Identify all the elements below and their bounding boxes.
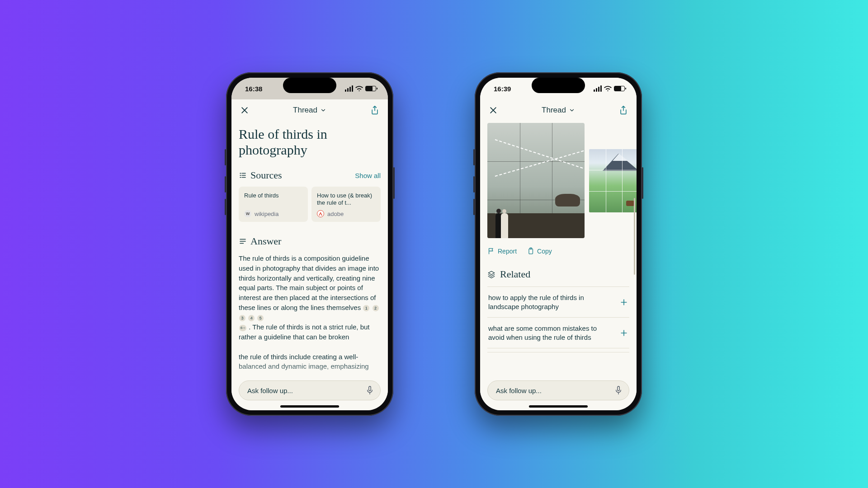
nav-title: Thread bbox=[542, 106, 566, 115]
related-text: what are some common mistakes to avoid w… bbox=[488, 324, 614, 342]
wifi-icon bbox=[355, 86, 363, 92]
scroll-indicator[interactable] bbox=[634, 198, 635, 275]
layers-icon bbox=[487, 270, 495, 278]
source-site: wikipedia bbox=[255, 211, 278, 217]
content-left: Rule of thirds in photography Sources Sh… bbox=[231, 121, 388, 410]
microphone-icon[interactable] bbox=[366, 385, 374, 395]
flag-icon bbox=[487, 247, 495, 255]
nav-title: Thread bbox=[293, 106, 317, 115]
related-text: how to apply the rule of thirds in lands… bbox=[488, 293, 614, 311]
ask-placeholder: Ask follow up... bbox=[247, 387, 293, 394]
plus-icon bbox=[619, 328, 628, 338]
source-title: How to use (& break) the rule of t... bbox=[317, 192, 375, 207]
related-list: how to apply the rule of thirds in lands… bbox=[487, 286, 629, 352]
answer-label: Answer bbox=[250, 235, 281, 247]
answer-header: Answer bbox=[239, 235, 381, 247]
svg-rect-3 bbox=[618, 386, 620, 391]
svg-rect-2 bbox=[530, 248, 532, 249]
citation-1[interactable]: 1 bbox=[363, 305, 369, 311]
cellular-icon bbox=[345, 85, 353, 92]
sources-label: Sources bbox=[250, 169, 282, 181]
related-header: Related bbox=[487, 268, 629, 280]
status-time: 16:39 bbox=[494, 85, 511, 93]
adobe-favicon-icon bbox=[317, 210, 324, 217]
cellular-icon bbox=[594, 85, 602, 92]
answer-text: The rule of thirds is a composition guid… bbox=[239, 253, 381, 371]
chevron-down-icon bbox=[569, 107, 575, 113]
battery-icon bbox=[614, 86, 625, 91]
chevron-down-icon bbox=[320, 107, 326, 113]
status-time: 16:38 bbox=[245, 85, 262, 93]
close-button[interactable] bbox=[487, 104, 499, 116]
related-item[interactable]: what are some common mistakes to avoid w… bbox=[487, 317, 629, 348]
related-item[interactable]: how to apply the rule of thirds in lands… bbox=[487, 286, 629, 317]
share-button[interactable] bbox=[369, 104, 381, 116]
close-icon bbox=[240, 106, 249, 115]
copy-button[interactable]: Copy bbox=[527, 247, 552, 255]
source-card-adobe[interactable]: How to use (& break) the rule of t... ad… bbox=[311, 187, 381, 222]
share-button[interactable] bbox=[618, 104, 629, 116]
source-cards: Rule of thirds W wikipedia How to use (&… bbox=[239, 187, 381, 222]
dynamic-island bbox=[283, 78, 336, 93]
dynamic-island bbox=[532, 78, 585, 93]
phone-right: 16:39 Thread bbox=[475, 72, 642, 416]
source-title: Rule of thirds bbox=[244, 192, 302, 199]
sources-icon bbox=[239, 171, 247, 179]
action-row: Report Copy bbox=[487, 247, 629, 255]
source-site: adobe bbox=[327, 211, 344, 217]
ask-input[interactable]: Ask follow up... bbox=[487, 380, 629, 400]
microphone-icon[interactable] bbox=[614, 385, 623, 395]
citation-4[interactable]: 4 bbox=[248, 315, 255, 321]
phone-left: 16:38 Thread Rule of thirds in photograp… bbox=[226, 72, 393, 416]
image-row bbox=[487, 123, 629, 238]
content-right: Report Copy Related how to apply the rul… bbox=[480, 121, 637, 410]
close-icon bbox=[489, 106, 498, 115]
citation-6[interactable]: 6 ○ bbox=[239, 325, 246, 331]
hero-image[interactable] bbox=[487, 123, 585, 238]
thumbnail-image[interactable] bbox=[589, 149, 637, 212]
answer-icon bbox=[239, 237, 247, 245]
thread-title-button[interactable]: Thread bbox=[542, 106, 575, 115]
citation-3[interactable]: 3 bbox=[239, 315, 245, 321]
share-icon bbox=[619, 105, 628, 115]
citation-2[interactable]: 2 bbox=[373, 305, 379, 311]
svg-rect-0 bbox=[369, 386, 371, 391]
source-card-wikipedia[interactable]: Rule of thirds W wikipedia bbox=[239, 187, 308, 222]
report-label: Report bbox=[498, 248, 517, 255]
related-item-partial bbox=[487, 348, 629, 352]
citation-5[interactable]: 5 bbox=[257, 315, 264, 321]
sources-header: Sources Show all bbox=[239, 169, 381, 181]
screen-left: 16:38 Thread Rule of thirds in photograp… bbox=[231, 78, 388, 410]
svg-rect-1 bbox=[529, 249, 533, 254]
close-button[interactable] bbox=[239, 104, 250, 116]
page-title: Rule of thirds in photography bbox=[239, 127, 381, 158]
wifi-icon bbox=[604, 86, 612, 92]
report-button[interactable]: Report bbox=[487, 247, 517, 255]
plus-icon bbox=[619, 298, 628, 307]
related-label: Related bbox=[500, 268, 530, 280]
ask-input[interactable]: Ask follow up... bbox=[239, 380, 381, 400]
home-indicator[interactable] bbox=[529, 405, 588, 408]
battery-icon bbox=[365, 86, 376, 91]
wikipedia-favicon-icon: W bbox=[244, 210, 251, 217]
share-icon bbox=[370, 105, 379, 115]
show-all-button[interactable]: Show all bbox=[355, 172, 381, 179]
copy-label: Copy bbox=[537, 248, 552, 255]
clipboard-icon bbox=[527, 247, 534, 255]
screen-right: 16:39 Thread bbox=[480, 78, 637, 410]
nav-bar: Thread bbox=[480, 99, 637, 121]
thread-title-button[interactable]: Thread bbox=[293, 106, 326, 115]
status-icons bbox=[594, 85, 625, 92]
ask-placeholder: Ask follow up... bbox=[496, 387, 542, 394]
status-icons bbox=[345, 85, 376, 92]
nav-bar: Thread bbox=[231, 99, 388, 121]
home-indicator[interactable] bbox=[280, 405, 339, 408]
